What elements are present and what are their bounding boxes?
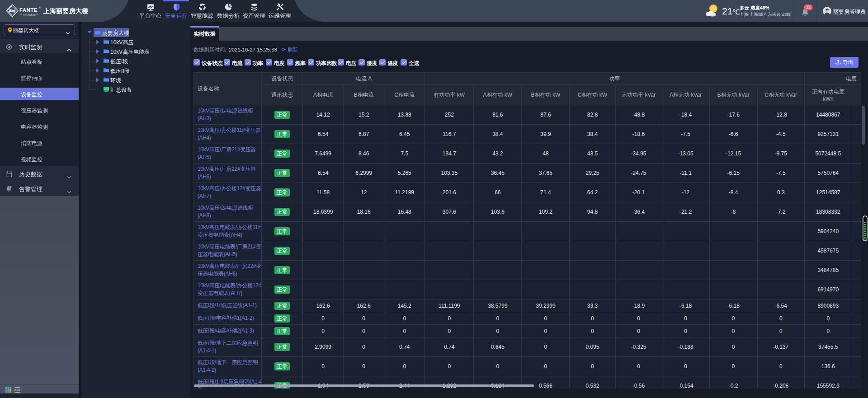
svg-text:®: ® [39, 6, 41, 9]
svg-text:一 专注而卓越/一: 一 专注而卓越/一 [19, 14, 38, 17]
svg-text:风特: 风特 [9, 9, 16, 13]
svg-text:FANTE: FANTE [19, 7, 38, 13]
